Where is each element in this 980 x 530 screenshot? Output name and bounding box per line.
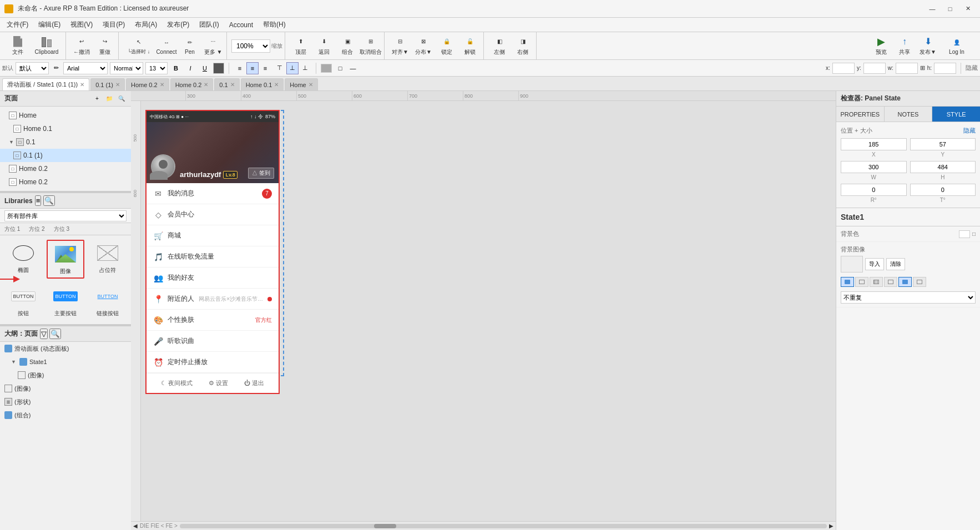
t-coord-input[interactable] [910,184,976,196]
bg-color-expand[interactable]: □ [972,231,976,237]
lib-select[interactable]: 所有部件库 [4,210,127,221]
lib-item-link-button[interactable]: BUTTON 链接按钮 [89,283,127,320]
pages-folder-button[interactable]: 📁 [104,94,114,104]
h-coord-input[interactable] [910,161,976,173]
tab-active[interactable]: 滑动面板 / State1 (0.1 (1)) ✕ [2,78,89,90]
undo-button[interactable]: ↩ ←撤消 [70,34,93,58]
tab-7-close[interactable]: ✕ [309,82,313,88]
page-item-011[interactable]: □ 0.1 (1) [0,149,131,162]
settings[interactable]: ⚙ 设置 [209,379,228,387]
right-button[interactable]: ◨ 右侧 [512,34,534,58]
bg-color-swatch[interactable] [959,230,970,238]
y-coord-input[interactable] [910,138,976,150]
x-input[interactable] [832,63,855,74]
w-input[interactable] [896,63,918,74]
valign-mid-button[interactable]: ⊥ [286,62,299,74]
menu-row-messages[interactable]: ✉ 我的消息 7 [147,183,279,204]
tab-5-close[interactable]: ✕ [230,82,235,88]
bg-clear-button[interactable]: 清除 [886,258,905,270]
close-button[interactable]: ✕ [960,3,976,14]
layout-btn-3[interactable] [870,277,883,287]
hidden-toggle[interactable]: 隐藏 [963,127,976,135]
layout-btn-4[interactable] [884,277,897,287]
lib-item-button[interactable]: BUTTON 按钮 [4,283,42,320]
tab-2-close[interactable]: ✕ [115,82,120,88]
tab-6[interactable]: Home 0.1 ✕ [241,78,284,90]
menu-view[interactable]: 视图(V) [66,18,97,31]
menu-help[interactable]: 帮助(H) [259,18,290,31]
share-button[interactable]: ↑ 共享 [893,34,916,58]
menu-row-skin[interactable]: 🎨 个性换肤 官方红 [147,310,279,331]
style-edit-button[interactable]: ✏ [51,62,61,74]
underline-button[interactable]: U [199,62,211,74]
group-button[interactable]: ▣ 组合 [336,34,358,58]
scroll-right-btn[interactable]: ▶ [829,523,833,529]
layout-btn-6[interactable] [913,277,926,287]
zoom-select[interactable]: 100% 50% 75% 150% 200% [231,39,270,53]
lib-search-button[interactable]: 🔍 [43,195,55,206]
unlock-button[interactable]: 🔓 解锁 [459,34,481,58]
menu-row-friends[interactable]: 👥 我的好友 [147,267,279,289]
pages-search-button[interactable]: 🔍 [117,94,127,104]
layout-btn-2[interactable] [855,277,868,287]
connect-button[interactable]: ↔ Connect [155,34,178,58]
w-coord-input[interactable] [841,161,907,173]
tab-7[interactable]: Home ✕ [285,78,317,90]
y-input[interactable] [863,63,886,74]
align-right-button[interactable]: ≡ [259,62,271,74]
logout[interactable]: ⏻ 退出 [244,379,264,387]
select-button[interactable]: ↖ └选择时 ↓ [123,34,154,58]
border-style-btn[interactable]: — [347,62,359,74]
tab-4[interactable]: Home 0.2 ✕ [170,78,214,90]
menu-row-vip[interactable]: ◇ 会员中心 [147,204,279,225]
signin-button[interactable]: △ 签到 [248,168,274,179]
page-item-home02b[interactable]: □ Home 0.2 [0,175,131,189]
layout-btn-1[interactable] [841,277,854,287]
lib-item-primary-button[interactable]: BUTTON 主要按钮 [47,283,84,320]
lib-item-image[interactable]: 图像 [47,240,84,279]
night-mode[interactable]: ☾ 夜间模式 [161,379,193,387]
font-color-swatch[interactable] [213,63,224,74]
top-button[interactable]: ⬆ 顶层 [290,34,312,58]
distribute-button[interactable]: ⊠ 分布▼ [412,34,435,58]
repeat-select[interactable]: 不重复 重复 [841,291,976,304]
minimize-button[interactable]: — [925,3,940,14]
tab-properties[interactable]: PROPERTIES [836,107,885,122]
lib-menu-button[interactable]: ≡ [35,195,42,206]
menu-row-recognize[interactable]: 🎤 听歌识曲 [147,331,279,352]
maximize-button[interactable]: □ [942,3,958,14]
align-button[interactable]: ⊟ 对齐▼ [389,34,411,58]
layer-item-image2[interactable]: (图像) [0,382,131,395]
clipboard-group-button[interactable]: Clipboard [30,34,63,58]
layer-item-shape[interactable]: ≡ (形状) [0,395,131,408]
menu-layout[interactable]: 布局(A) [130,18,161,31]
pen-button[interactable]: ✏ Pen [179,34,201,58]
x-coord-input[interactable] [841,138,907,150]
font-style-select[interactable]: Normal [110,62,143,74]
ungroup-button[interactable]: ⊞ 取消组合 [360,34,382,58]
valign-bot-button[interactable]: ⊥ [299,62,311,74]
menu-file[interactable]: 文件(F) [2,18,33,31]
preview-button[interactable]: ▶ 预览 [870,34,892,58]
layer-item-image1[interactable]: (图像) [0,369,131,382]
layout-btn-5[interactable] [898,277,912,287]
pages-add-button[interactable]: + [92,94,102,104]
menu-row-timer[interactable]: ⏰ 定时停止播放 [147,352,279,373]
font-size-select[interactable]: 13 [145,62,168,74]
publish-button[interactable]: ⬇ 发布▼ [917,34,939,58]
more-button[interactable]: ··· 更多 ▼ [202,34,224,58]
menu-account[interactable]: Account [225,19,257,31]
r-coord-input[interactable] [841,184,907,196]
border-btn[interactable]: □ [334,62,346,74]
scroll-left-btn[interactable]: ◀ [133,523,138,529]
menu-team[interactable]: 团队(I) [195,18,223,31]
font-select[interactable]: Arial [63,62,108,74]
page-item-home[interactable]: □ Home [0,109,131,122]
layers-search-button[interactable]: 🔍 [49,329,61,339]
login-button[interactable]: 👤 Log In [940,34,973,58]
valign-top-button[interactable]: ⊤ [274,62,286,74]
menu-publish[interactable]: 发布(P) [163,18,194,31]
layer-item-state[interactable]: ▼ State1 [0,355,131,369]
tab-2[interactable]: 0.1 (1) ✕ [90,78,125,90]
menu-edit[interactable]: 编辑(E) [34,18,65,31]
